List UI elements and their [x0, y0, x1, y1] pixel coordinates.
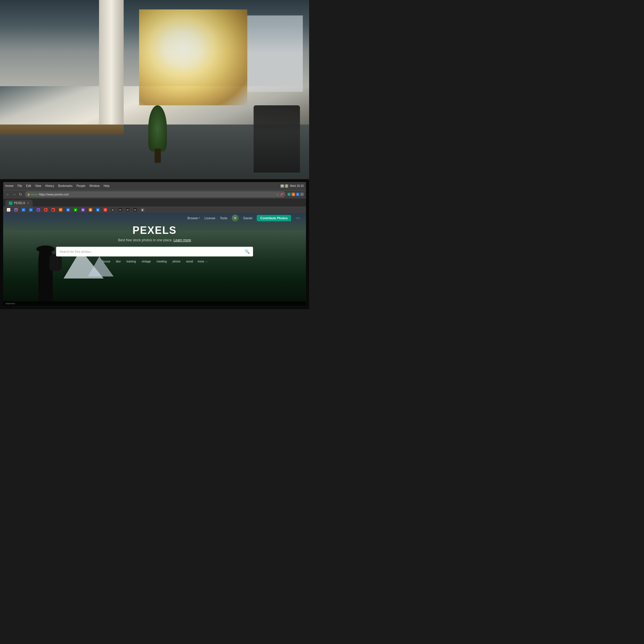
suggestion-vintage[interactable]: vintage [141, 259, 152, 264]
bookmark-b1[interactable]: ✉ [58, 208, 64, 212]
suggestion-more[interactable]: more → [197, 260, 208, 263]
bookmark-b2[interactable]: ■ [65, 208, 71, 212]
menu-bookmarks[interactable]: Bookmarks [58, 184, 72, 187]
bookmark-gmail[interactable]: M [5, 208, 12, 212]
star-icon[interactable]: ☆ [276, 193, 279, 196]
browser-menu-items: hrome File Edit View History Bookmarks P… [5, 184, 110, 187]
menu-view[interactable]: View [35, 184, 42, 187]
bookmark-b5[interactable]: ◆ [87, 208, 94, 212]
bk12-icon: ■ [141, 208, 144, 212]
menu-people[interactable]: People [76, 184, 85, 187]
bookmark-b10[interactable]: M [125, 208, 131, 212]
menu-help[interactable]: Help [104, 184, 110, 187]
system-icons: ⌨ 🔋 [280, 184, 288, 188]
user-avatar: D [232, 215, 239, 222]
bk6-icon: ■ [96, 208, 100, 212]
bookmark-b8[interactable]: A [110, 208, 116, 212]
gmail-icon: M [7, 208, 10, 212]
bookmark-b11[interactable]: M [132, 208, 138, 212]
bookmark-adobe[interactable]: A [43, 208, 49, 212]
office-chair [254, 105, 300, 172]
secure-badge: 🔒 Secure [27, 193, 38, 196]
monitor-bezel: hrome File Edit View History Bookmarks P… [0, 179, 309, 309]
ext-icon-3[interactable]: B [296, 193, 299, 196]
bk5-icon: ◆ [89, 208, 92, 212]
bookmark-youtube[interactable]: ▶ [50, 208, 56, 212]
bk1-icon: ✉ [59, 208, 62, 212]
address-right-icons: ☆ 📌 [276, 193, 283, 196]
pexels-tagline: Best free stock photos in one place. Lea… [118, 238, 191, 242]
suggestion-blur[interactable]: blur [115, 259, 122, 264]
contribute-photos-button[interactable]: Contribute Photos [257, 215, 291, 221]
menu-edit[interactable]: Edit [26, 184, 31, 187]
bookmark-drive[interactable]: ▲ [13, 208, 19, 212]
suggestion-house[interactable]: house [101, 259, 111, 264]
active-tab[interactable]: PEXELS ✕ [5, 200, 33, 207]
search-bar[interactable]: Search for free photos... 🔍 [56, 247, 253, 256]
back-button[interactable]: ← [5, 192, 11, 197]
browser-toolbar: ← → ↻ 🔒 Secure https://www.pexels.com ☆ … [3, 190, 306, 199]
bookmark-b4[interactable]: ■ [80, 208, 86, 212]
url-display: https://www.pexels.com [39, 193, 69, 196]
bottom-bar-text: Searches [5, 302, 15, 305]
suggestion-wood[interactable]: wood [185, 259, 194, 264]
bookmark-b12[interactable]: ■ [139, 208, 146, 212]
office-window-glow [139, 9, 247, 105]
wifi-icon: ⌨ [280, 184, 284, 188]
system-time: Wed 16:15 [290, 184, 304, 187]
browse-nav-link[interactable]: Browse ▾ [187, 216, 200, 220]
bookmark-b9[interactable]: M [117, 208, 123, 212]
ext-icon-1[interactable]: P [287, 193, 291, 196]
bookmark-b7[interactable]: A [102, 208, 108, 212]
search-placeholder: Search for free photos... [60, 250, 242, 253]
search-suggestions: house blur training vintage meeting phon… [101, 259, 208, 264]
pexels-nav-right: Browse ▾ License Tools D Daniel Contribu… [187, 215, 300, 222]
address-bar[interactable]: 🔒 Secure https://www.pexels.com ☆ 📌 [25, 191, 286, 197]
search-icon[interactable]: 🔍 [245, 249, 250, 254]
pexels-hero: PEXELS Best free stock photos in one pla… [3, 224, 306, 264]
bk3-icon: ■ [74, 208, 77, 212]
bookmarks-bar: M ▲ 20 21 ● A ▶ [3, 207, 306, 213]
license-nav-link[interactable]: License [204, 216, 215, 220]
tab-row: PEXELS ✕ [5, 200, 33, 207]
menu-chrome[interactable]: hrome [5, 184, 13, 187]
suggestion-phone[interactable]: phone [171, 259, 182, 264]
office-plant [142, 105, 173, 163]
bk10-icon: M [126, 208, 129, 212]
pin-icon[interactable]: 📌 [280, 193, 283, 196]
battery-icon: 🔋 [285, 184, 288, 188]
tab-close-button[interactable]: ✕ [27, 202, 29, 205]
pexels-site: Browse ▾ License Tools D Daniel Contribu… [3, 213, 306, 307]
website-content: Browse ▾ License Tools D Daniel Contribu… [3, 213, 306, 307]
menu-file[interactable]: File [17, 184, 22, 187]
more-options-button[interactable]: ⋯ [296, 215, 300, 221]
bottom-status-bar: Searches [3, 301, 306, 306]
bk2-icon: ■ [66, 208, 70, 212]
secure-label: Secure [31, 193, 38, 196]
ext-icon-2[interactable]: ♥ [292, 193, 295, 196]
bookmark-cal1[interactable]: 20 [20, 208, 27, 212]
office-column [99, 0, 124, 134]
bookmark-cal2[interactable]: 21 [28, 208, 34, 212]
table-edge [0, 125, 124, 134]
user-name-label: Daniel [243, 216, 252, 220]
bookmark-tor[interactable]: ● [35, 208, 42, 212]
tab-bar: PEXELS ✕ [3, 199, 306, 207]
bookmark-b6[interactable]: ■ [95, 208, 101, 212]
tor-icon: ● [37, 208, 40, 212]
suggestion-meeting[interactable]: meeting [155, 259, 168, 264]
menu-window[interactable]: Window [89, 184, 100, 187]
browser-menubar: hrome File Edit View History Bookmarks P… [3, 182, 306, 190]
learn-more-link[interactable]: Learn more [173, 238, 191, 242]
bookmark-b3[interactable]: ■ [72, 208, 79, 212]
refresh-button[interactable]: ↻ [18, 192, 23, 197]
bk7-icon: A [104, 208, 107, 212]
tools-nav-link[interactable]: Tools [220, 216, 227, 220]
suggestion-training[interactable]: training [125, 259, 137, 264]
ext-icon-4[interactable]: ⋯ [300, 193, 304, 196]
menu-history[interactable]: History [45, 184, 54, 187]
bk11-icon: M [133, 208, 137, 212]
forward-button[interactable]: → [12, 192, 17, 197]
system-tray: ⌨ 🔋 Wed 16:15 [280, 184, 304, 188]
bk4-icon: ■ [81, 208, 85, 212]
